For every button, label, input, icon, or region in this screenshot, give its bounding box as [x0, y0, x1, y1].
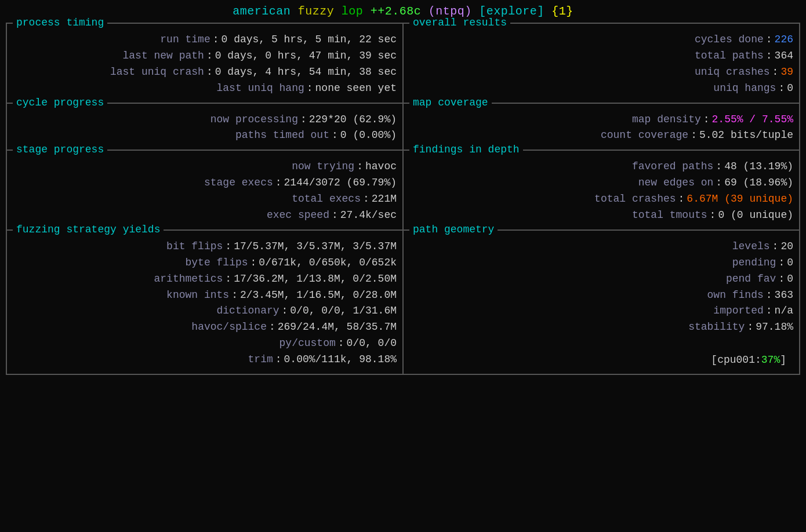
favored-paths-row: favored paths : 48 (13.19%) [409, 159, 793, 175]
title-num: {1} [551, 5, 573, 18]
cpu-row: [cpu001: 37% ] [409, 352, 793, 366]
total-execs-row: total execs : 221M [13, 191, 397, 207]
uniq-crashes-val: 39 [780, 64, 793, 81]
cpu-close: ] [780, 354, 786, 366]
map-coverage-title: map coverage [409, 97, 492, 108]
run-time-sep: : [213, 32, 219, 48]
pending-val: 0 [787, 255, 793, 271]
trim-row: trim : 0.00%/111k, 98.18% [13, 352, 397, 368]
title-target: (ntpq) [429, 5, 472, 18]
now-trying-row: now trying : havoc [13, 159, 397, 175]
own-finds-val: 363 [775, 287, 793, 304]
now-trying-label: now trying [250, 159, 354, 175]
imported-row: imported : n/a [409, 303, 793, 319]
dictionary-label: dictionary [175, 303, 279, 319]
findings-depth-title: findings in depth [409, 144, 523, 155]
new-edges-on-row: new edges on : 69 (18.96%) [409, 175, 793, 191]
overall-results-panel: overall results cycles done : 226 total … [403, 23, 800, 103]
imported-val: n/a [775, 303, 793, 319]
stability-val: 97.18% [756, 319, 793, 336]
stage-execs-label: stage execs [169, 175, 273, 191]
total-execs-label: total execs [256, 191, 361, 207]
uniq-hangs-val: 0 [787, 81, 793, 97]
pend-fav-row: pend fav : 0 [409, 271, 793, 287]
cycle-progress-content: now processing : 229*20 (62.9%) paths ti… [13, 112, 397, 144]
py-custom-label: py/custom [231, 336, 336, 352]
total-crashes-val: 6.67M (39 unique) [687, 191, 793, 207]
bit-flips-val: 17/5.37M, 3/5.37M, 3/5.37M [234, 239, 397, 255]
known-ints-label: known ints [125, 287, 229, 304]
path-geometry-panel: path geometry levels : 20 pending : 0 pe… [403, 230, 800, 374]
byte-flips-label: byte flips [144, 255, 248, 271]
stage-progress-content: now trying : havoc stage execs : 2144/30… [13, 159, 397, 224]
total-crashes-row: total crashes : 6.67M (39 unique) [409, 191, 793, 207]
paths-timed-out-row: paths timed out : 0 (0.00%) [13, 127, 397, 144]
levels-label: levels [666, 239, 770, 255]
now-processing-label: now processing [194, 112, 298, 128]
now-processing-val: 229*20 (62.9%) [309, 112, 397, 128]
cycle-progress-panel: cycle progress now processing : 229*20 (… [6, 103, 403, 151]
paths-timed-out-label: paths timed out [225, 127, 329, 144]
main-grid: process timing run time : 0 days, 5 hrs,… [6, 23, 800, 375]
total-paths-label: total paths [659, 48, 764, 64]
py-custom-row: py/custom : 0/0, 0/0 [13, 336, 397, 352]
havoc-splice-row: havoc/splice : 269/24.4M, 58/35.7M [13, 319, 397, 336]
uniq-crashes-label: uniq crashes [666, 64, 770, 81]
total-paths-row: total paths : 364 [409, 48, 793, 64]
new-edges-on-label: new edges on [609, 175, 713, 191]
levels-row: levels : 20 [409, 239, 793, 255]
last-new-path-val: 0 days, 0 hrs, 47 min, 39 sec [215, 48, 397, 64]
last-uniq-crash-label: last uniq crash [100, 64, 204, 81]
title-mode: [explore] [479, 5, 544, 18]
stability-label: stability [640, 319, 745, 336]
process-timing-content: run time : 0 days, 5 hrs, 5 min, 22 sec … [13, 32, 397, 97]
arithmetics-val: 17/36.2M, 1/13.8M, 0/2.50M [234, 271, 397, 287]
map-density-val: 2.55% / 7.55% [712, 112, 793, 128]
stage-execs-val: 2144/3072 (69.79%) [284, 175, 397, 191]
run-time-row: run time : 0 days, 5 hrs, 5 min, 22 sec [13, 32, 397, 48]
cycles-done-label: cycles done [659, 32, 764, 48]
pend-fav-val: 0 [787, 271, 793, 287]
arithmetics-row: arithmetics : 17/36.2M, 1/13.8M, 0/2.50M [13, 271, 397, 287]
last-uniq-hang-val: none seen yet [315, 81, 397, 97]
dictionary-val: 0/0, 0/0, 1/31.6M [290, 303, 397, 319]
map-coverage-panel: map coverage map density : 2.55% / 7.55%… [403, 103, 800, 151]
title-bar: american fuzzy lop ++2.68c (ntpq) [explo… [6, 5, 800, 18]
total-tmouts-row: total tmouts : 0 (0 unique) [409, 207, 793, 224]
title-fuzzy: fuzzy [298, 5, 335, 18]
last-uniq-hang-label: last uniq hang [200, 81, 304, 97]
favored-paths-label: favored paths [609, 159, 713, 175]
title-version: ++2.68c [371, 5, 422, 18]
bit-flips-label: bit flips [118, 239, 223, 255]
map-density-row: map density : 2.55% / 7.55% [409, 112, 793, 128]
now-trying-val: havoc [365, 159, 397, 175]
havoc-splice-label: havoc/splice [162, 319, 267, 336]
run-time-val: 0 days, 5 hrs, 5 min, 22 sec [222, 32, 397, 48]
pending-label: pending [671, 255, 776, 271]
map-density-label: map density [597, 112, 701, 128]
count-coverage-label: count coverage [584, 127, 688, 144]
paths-timed-out-val: 0 (0.00%) [340, 127, 397, 144]
byte-flips-val: 0/671k, 0/650k, 0/652k [259, 255, 397, 271]
known-ints-val: 2/3.45M, 1/16.5M, 0/28.0M [240, 287, 397, 304]
last-new-path-row: last new path : 0 days, 0 hrs, 47 min, 3… [13, 48, 397, 64]
map-coverage-content: map density : 2.55% / 7.55% count covera… [409, 112, 793, 144]
uniq-hangs-label: uniq hangs [671, 81, 776, 97]
total-paths-val: 364 [775, 48, 793, 64]
pending-row: pending : 0 [409, 255, 793, 271]
total-tmouts-val: 0 (0 unique) [718, 207, 793, 224]
title-american: american [233, 5, 291, 18]
last-uniq-hang-row: last uniq hang : none seen yet [13, 81, 397, 97]
stability-row: stability : 97.18% [409, 319, 793, 336]
exec-speed-row: exec speed : 27.4k/sec [13, 207, 397, 224]
findings-depth-content: favored paths : 48 (13.19%) new edges on… [409, 159, 793, 224]
dictionary-row: dictionary : 0/0, 0/0, 1/31.6M [13, 303, 397, 319]
own-finds-label: own finds [659, 287, 764, 304]
stage-execs-row: stage execs : 2144/3072 (69.79%) [13, 175, 397, 191]
imported-label: imported [659, 303, 764, 319]
total-crashes-label: total crashes [572, 191, 676, 207]
known-ints-row: known ints : 2/3.45M, 1/16.5M, 0/28.0M [13, 287, 397, 304]
path-geometry-content: levels : 20 pending : 0 pend fav : 0 own… [409, 239, 793, 366]
trim-label: trim [169, 352, 273, 368]
process-timing-panel: process timing run time : 0 days, 5 hrs,… [6, 23, 403, 103]
